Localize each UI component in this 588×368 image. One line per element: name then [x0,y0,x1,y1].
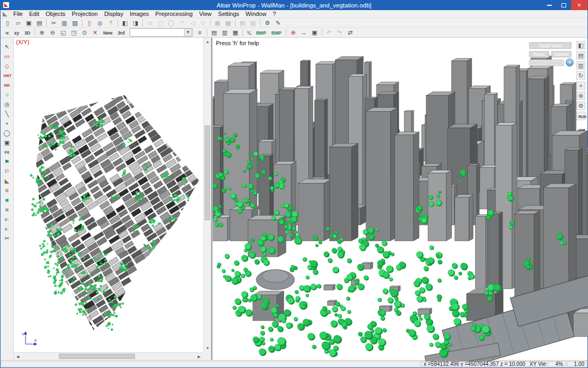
fit-button[interactable]: Fit [2,147,13,156]
third-view-button[interactable]: 3rd [115,28,127,37]
view-2d-button[interactable]: ◧ [120,19,130,27]
nr-mode-button[interactable]: NR [2,80,13,89]
draw-tower-button[interactable]: ◎ [2,99,13,108]
delete-button[interactable]: Delete [551,51,572,57]
scroll-up-icon[interactable]: ▲ [204,38,212,46]
draw-line-button[interactable]: ╲ [2,109,13,118]
flag-start-button[interactable]: ⚑ [2,157,13,166]
chevron-down-icon[interactable]: ▼ [184,29,192,36]
hrt-mode-button[interactable]: HRT [2,71,13,80]
paste-button[interactable]: ▨ [70,19,80,27]
draw-building-button[interactable]: ▭ [2,52,13,61]
settings-3d-button[interactable]: ⚙ [576,102,585,110]
delete-zoom-button[interactable]: ✕ [90,28,100,37]
zoom-out-button[interactable]: ⊖ [48,28,57,37]
save-file-button[interactable]: ▣ [24,19,33,27]
draw-point-button[interactable]: • [2,119,13,128]
draw-courtyard-button[interactable]: ◇ [2,61,13,70]
menu-window[interactable]: Window [242,10,270,18]
database-button[interactable]: ◍ [95,19,105,27]
layer-list-button[interactable]: ≡ [195,28,205,37]
new-window-button[interactable]: New [101,28,114,37]
rotate-3d-button[interactable]: ↻ [576,71,585,80]
view-3d-canvas[interactable] [213,38,588,362]
local-coords-button[interactable]: ¹x [3,28,11,37]
menu-view[interactable]: View [196,10,215,18]
scroll-left-icon[interactable]: ◀ [14,353,22,361]
mode-3d-button[interactable]: 3D [22,28,32,37]
draw-circle-button[interactable]: ◯ [2,128,13,137]
measure-button[interactable]: ↔ [299,28,309,37]
cut-button[interactable]: ✂ [49,19,58,27]
view-3d-button[interactable]: ◨ [131,19,140,27]
settings-gear-button[interactable]: ⚙ [263,19,272,27]
pan-3d-button[interactable]: + [576,81,585,90]
material-vegetation-button[interactable]: ■ [2,195,13,204]
total-view-button[interactable]: Total View [529,42,572,49]
menu-help[interactable]: ? [270,10,279,18]
delete-object-button[interactable]: ▯ [85,19,94,27]
new-file-button[interactable]: ▯ [3,19,12,27]
menu-edit[interactable]: Edit [26,10,43,18]
cut-objects-button[interactable]: ✂ [2,233,13,242]
fit-icon: Fit [4,150,9,155]
camera-toggle-button[interactable]: ▾ [566,58,574,66]
run-icon: RUN [578,115,586,119]
horizontal-scrollbar[interactable]: ◀ ▶ [14,352,203,360]
screen-button[interactable]: ▣ [310,28,320,37]
zoom-3d-button[interactable]: ⊕ [576,91,585,100]
map-2d-canvas[interactable] [14,38,204,354]
run-button[interactable]: RUN [576,112,585,120]
camera-select[interactable]: set 1st Camera [529,60,564,66]
help-button[interactable]: ? [106,19,115,27]
zoom-window-button[interactable]: ◱ [58,28,68,37]
global-coords-button[interactable]: xy [12,28,21,37]
layer-stack-button[interactable]: ≡ [2,186,13,195]
view-side-button[interactable]: ▥ [576,61,585,70]
flag-end-button[interactable]: ⚐ [2,166,13,175]
menu-display[interactable]: Display [101,10,127,18]
material-building-button[interactable]: ■ [2,205,13,214]
horizontal-scroll-thumb[interactable] [59,354,135,359]
menu-settings[interactable]: Settings [215,10,242,18]
extrude-button[interactable]: ▣ [2,138,13,147]
map-2d-pane[interactable]: (X/Y) Y X ▲ ▼ ◀ ▶ [14,38,212,360]
vertical-scrollbar[interactable]: ▲ ▼ [203,38,211,352]
fill-material-button[interactable]: ◣ [2,176,13,185]
menu-images[interactable]: Images [127,10,152,18]
minimize-button[interactable] [542,0,557,10]
image-overlay-3-button[interactable]: ▦ [231,28,240,37]
layer-combo[interactable]: ▼ [130,28,192,37]
zoom-selected-button[interactable]: ⊙ [80,28,89,37]
zoom-extents-button[interactable]: ◳ [69,28,79,37]
store-button[interactable]: Store [529,51,549,57]
export-bmp-1-button[interactable]: BMP [254,28,268,37]
copy-button[interactable]: ▥ [60,19,69,27]
z-down-button[interactable]: z↓ [2,224,13,233]
origin-marker-button[interactable]: ⊕ [289,28,298,37]
print-button[interactable]: ▤ [35,19,44,27]
open-file-button[interactable]: ▱ [13,19,23,27]
view-top-button[interactable]: ▤ [576,51,585,60]
menu-preprocessing[interactable]: Preprocessing [152,10,196,18]
menu-projection[interactable]: Projection [69,10,101,18]
zoom-in-button[interactable]: ⊕ [37,28,47,37]
view-3d-pane[interactable]: Press 'h' for help Total View Store Dele… [213,38,587,360]
draw-vegetation-button[interactable]: ○ [2,90,13,99]
maximize-button[interactable] [557,0,571,10]
menu-file[interactable]: File [10,10,26,18]
z-up-button[interactable]: z↑ [2,214,13,223]
menu-objects[interactable]: Objects [43,10,69,18]
image-overlay-2-button[interactable]: ▥ [220,28,230,37]
view-orientation-button[interactable]: ◧ [576,41,585,49]
scroll-down-icon[interactable]: ▼ [204,344,212,352]
image-overlay-1-button[interactable]: ▤ [209,28,219,37]
export-bmp-2-button[interactable]: BMP [270,28,284,37]
quarter-view-button[interactable]: ¼ [245,28,253,37]
edit-pencil-button[interactable]: ✎ [273,19,283,27]
vertical-scroll-thumb[interactable] [205,126,210,220]
pan-horizontal-button[interactable]: ⇄ [346,28,355,37]
scroll-right-icon[interactable]: ▶ [195,353,203,361]
close-button[interactable]: × [571,0,587,10]
select-button[interactable]: ↖ [2,42,13,51]
